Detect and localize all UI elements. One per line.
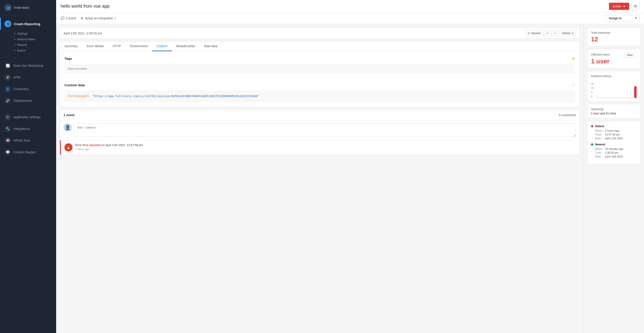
chart-bar (599, 98, 602, 98)
json-colon: : (89, 94, 92, 98)
sidebar-invite-item[interactable]: 👥 Invite team (0, 0, 56, 16)
export-label: Export (17, 49, 26, 52)
tab-breadcrumbs[interactable]: Breadcrumbs (172, 42, 200, 51)
inbound-filters-label: Inbound filters (17, 38, 36, 41)
first-reported-link[interactable]: first reported (83, 143, 101, 147)
json-key: fullstoryUrl (68, 94, 89, 98)
chart-y-5: 5 (591, 91, 594, 94)
nav-bar: April 11th 2021, 2:39:26 pm |< Newest < … (60, 28, 580, 39)
tab-environment[interactable]: Environment (126, 42, 152, 51)
custom-data-star-icon[interactable]: ☆ (572, 83, 575, 87)
dot-icon (14, 50, 15, 51)
sidebar-item-crash-reporting[interactable]: 🔵 Crash Reporting (0, 18, 56, 30)
dot-icon (14, 33, 15, 34)
tags-none-provided: None provided (64, 64, 575, 73)
tab-summary[interactable]: Summary (60, 42, 82, 51)
chart-bar (620, 98, 622, 98)
gear-button[interactable]: ⚙ (632, 2, 640, 10)
chart-area: 15 10 5 0 (591, 80, 636, 98)
event-count-label: 1 event (66, 17, 76, 20)
main-panel: April 11th 2021, 2:39:26 pm |< Newest < … (56, 24, 583, 333)
spanning-label: Spanning (591, 107, 636, 111)
newest-when-label: When: (595, 147, 604, 151)
apm-icon: ⚡ (4, 74, 11, 81)
tab-content: Tags ★ None provided Custom data ☆ fulls… (60, 51, 580, 107)
assign-select[interactable]: Assign to (606, 15, 640, 22)
tab-raw-data[interactable]: Raw data (200, 42, 222, 51)
spanning-value: 1 hour and 41 mins (591, 112, 636, 115)
custom-data-box: fullstoryUrl: "https://app.fullstory.com… (64, 91, 575, 102)
next-button[interactable]: > (552, 30, 558, 36)
tab-raw-data-label: Raw data (204, 44, 217, 48)
json-value: "https://app.fullstory.com/ui/121YQC/ses… (92, 94, 260, 98)
instance-history-card: Instance history 15 10 5 0 (587, 71, 640, 101)
chart-bar (611, 98, 614, 98)
newest-when: When: 26 minutes ago (591, 147, 636, 151)
oldest-date: Date: April 11th 2021 (591, 137, 636, 140)
tab-error-details[interactable]: Error details (82, 42, 108, 51)
affected-users-value: 1 user (591, 58, 636, 65)
oldest-dot-icon (591, 125, 593, 127)
event-count: 💬 1 event (61, 17, 76, 20)
chart-y-10: 10 (591, 87, 594, 89)
tab-http-label: HTTP (113, 44, 121, 48)
add-comment-input[interactable] (74, 123, 576, 137)
sidebar-item-export[interactable]: Export (12, 48, 56, 53)
sidebar-item-inbound-filters[interactable]: Inbound filters (12, 36, 56, 42)
other-nav-section: 📈 Real User Monitoring ⚡ APM 👤 Customers… (0, 58, 56, 109)
dot-icon (14, 39, 15, 40)
oldest-entry-header: Oldest (591, 125, 636, 128)
prev-button[interactable]: < (544, 30, 551, 36)
contact-icon: 💬 (4, 149, 11, 155)
chart-bar (625, 98, 628, 98)
affected-users-label: Affected users (591, 53, 610, 56)
crash-reporting-sub-items: Settings Inbound filters Reports Export (0, 30, 56, 55)
setup-integration[interactable]: ⚙ Setup an integration + (80, 17, 116, 20)
crash-reporting-label: Crash Reporting (14, 22, 40, 26)
sidebar-item-app-settings[interactable]: ⚙ Application settings (0, 111, 56, 123)
sub-header: 💬 1 event ⚙ Setup an integration + Assig… (56, 13, 644, 24)
customers-label: Customers (14, 87, 29, 91)
integrations-icon: 🔧 (4, 126, 11, 132)
total-instances-card: Total instances 12 (587, 28, 640, 46)
sidebar-item-integrations[interactable]: 🔧 Integrations (0, 123, 56, 135)
sidebar-item-apm[interactable]: ⚡ APM (0, 72, 56, 83)
tab-custom[interactable]: Custom (152, 42, 172, 51)
tags-star-icon[interactable]: ★ (572, 56, 575, 61)
sidebar-item-customers[interactable]: 👤 Customers (0, 83, 56, 95)
status-button[interactable]: Active ▼ (609, 3, 629, 10)
nav-controls: |< Newest < > Oldest >| (526, 30, 576, 36)
sidebar-item-whats-new[interactable]: 📢 What's New (0, 135, 56, 146)
sidebar-item-settings[interactable]: Settings (12, 31, 56, 36)
apm-label: APM (14, 76, 20, 79)
chart-y-axis: 15 10 5 0 (591, 82, 594, 98)
integrations-label: Integrations (14, 127, 30, 131)
settings-label: Settings (17, 32, 28, 35)
sidebar-item-reports[interactable]: Reports (12, 42, 56, 48)
main-content: hello world from vue app Active ▼ ⚙ 💬 1 … (56, 0, 644, 333)
newest-entry-header: Newest (591, 143, 636, 146)
sidebar-item-contact-raygun[interactable]: 💬 Contact Raygun (0, 146, 56, 158)
tab-custom-label: Custom (157, 44, 168, 48)
tab-http[interactable]: HTTP (108, 42, 126, 51)
dot-icon (14, 44, 15, 46)
newest-time: Time: 2:39:26 pm (591, 151, 636, 154)
chart-bar-active (634, 86, 636, 98)
newest-when-value: 26 minutes ago (605, 147, 623, 151)
sub-header-left: 💬 1 event ⚙ Setup an integration + (61, 17, 116, 20)
app-settings-label: Application settings (14, 115, 41, 119)
events-header: 1 event 0 comments (60, 110, 580, 120)
page-title: hello world from vue app (61, 4, 110, 9)
view-users-button[interactable]: View › (624, 52, 636, 58)
crash-reporting-icon: 🔵 (4, 21, 11, 27)
sidebar-item-deployments[interactable]: 🚀 Deployments (0, 95, 56, 107)
oldest-button[interactable]: Oldest >| (559, 30, 576, 36)
newest-button[interactable]: |< Newest (526, 30, 544, 36)
sidebar-item-rum[interactable]: 📈 Real User Monitoring (0, 60, 56, 72)
custom-data-header: Custom data ☆ (64, 83, 575, 87)
contact-label: Contact Raygun (14, 150, 36, 154)
total-instances-label: Total instances (591, 31, 636, 34)
newest-title: Newest (595, 143, 606, 146)
affected-users-card: Affected users View › 1 user (587, 49, 640, 68)
setup-integration-label: Setup an integration (85, 17, 113, 20)
